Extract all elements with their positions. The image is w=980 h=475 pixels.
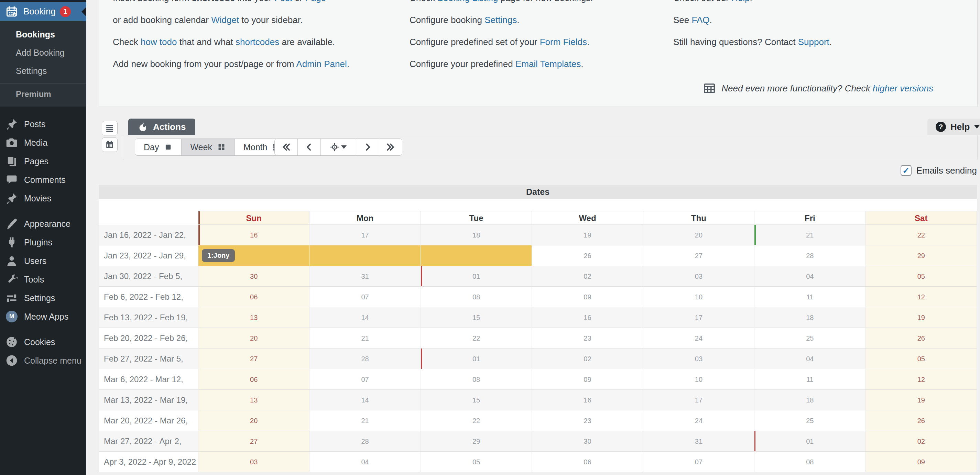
day-cell[interactable]: 10 xyxy=(643,287,754,307)
list-view-button[interactable] xyxy=(102,121,118,135)
inline-link[interactable]: Support xyxy=(798,37,829,47)
inline-link[interactable]: shortcodes xyxy=(235,37,279,47)
inline-link[interactable]: Widget xyxy=(211,15,239,25)
actions-button[interactable]: Actions xyxy=(128,119,195,135)
day-cell[interactable]: 27 xyxy=(199,431,309,452)
day-cell[interactable]: 30 xyxy=(532,431,643,452)
inline-link[interactable]: Help xyxy=(732,0,749,3)
day-cell[interactable]: 01 xyxy=(421,348,532,369)
day-cell[interactable]: 05 xyxy=(866,266,977,287)
day-cell[interactable]: 08 xyxy=(421,287,532,307)
day-cell[interactable]: 21 xyxy=(309,410,420,431)
day-cell[interactable]: 20 xyxy=(199,410,309,431)
booking-cell[interactable] xyxy=(421,245,532,266)
day-cell[interactable]: 31 xyxy=(643,431,754,452)
day-cell[interactable]: 01 xyxy=(421,266,532,287)
day-cell[interactable]: 02 xyxy=(532,266,643,287)
day-cell[interactable]: 15 xyxy=(421,390,532,410)
day-cell[interactable]: 28 xyxy=(754,245,865,266)
day-cell[interactable]: 15 xyxy=(421,307,532,328)
sidebar-item-appearance[interactable]: Appearance xyxy=(0,214,86,233)
day-cell[interactable]: 09 xyxy=(532,369,643,390)
day-cell[interactable]: 06 xyxy=(199,287,309,307)
day-cell[interactable]: 05 xyxy=(421,452,532,472)
day-cell[interactable]: 29 xyxy=(421,431,532,452)
sidebar-item-booking[interactable]: Booking 1 xyxy=(0,2,86,21)
go-first-button[interactable] xyxy=(275,139,298,156)
day-cell[interactable]: 26 xyxy=(866,328,977,348)
day-cell[interactable]: 31 xyxy=(309,266,420,287)
day-cell[interactable]: 25 xyxy=(754,328,865,348)
go-today-button[interactable] xyxy=(321,139,356,156)
day-cell[interactable]: 17 xyxy=(309,225,420,245)
day-cell[interactable]: 06 xyxy=(532,452,643,472)
inline-link[interactable]: Post xyxy=(274,0,292,3)
day-cell[interactable]: 13 xyxy=(199,307,309,328)
inline-link[interactable]: how todo xyxy=(141,37,177,47)
day-cell[interactable]: 09 xyxy=(866,452,977,472)
inline-link[interactable]: Booking Listing xyxy=(438,0,498,3)
day-cell[interactable]: 07 xyxy=(309,369,420,390)
help-button[interactable]: ? Help xyxy=(928,119,980,135)
day-cell[interactable]: 07 xyxy=(309,287,420,307)
day-cell[interactable]: 02 xyxy=(866,431,977,452)
day-cell[interactable]: 28 xyxy=(309,431,420,452)
sidebar-item-media[interactable]: Media xyxy=(0,133,86,152)
day-cell[interactable]: 26 xyxy=(866,410,977,431)
day-cell[interactable]: 24 xyxy=(643,328,754,348)
day-cell[interactable]: 09 xyxy=(532,287,643,307)
day-cell[interactable]: 21 xyxy=(309,328,420,348)
view-day-button[interactable]: Day xyxy=(135,139,181,156)
day-cell[interactable]: 26 xyxy=(532,245,643,266)
day-cell[interactable]: 08 xyxy=(754,452,865,472)
sidebar-item-plugins[interactable]: Plugins xyxy=(0,233,86,252)
day-cell[interactable]: 11 xyxy=(754,369,865,390)
day-cell[interactable]: 19 xyxy=(866,307,977,328)
day-cell[interactable]: 12 xyxy=(866,287,977,307)
booking-cell[interactable] xyxy=(309,245,420,266)
booking-cell[interactable]: 1:Jony xyxy=(199,245,309,266)
day-cell[interactable]: 19 xyxy=(532,225,643,245)
inline-link[interactable]: Form Fields xyxy=(540,37,587,47)
day-cell[interactable]: 24 xyxy=(643,410,754,431)
day-cell[interactable]: 14 xyxy=(309,390,420,410)
day-cell[interactable]: 12 xyxy=(866,369,977,390)
day-cell[interactable]: 25 xyxy=(754,410,865,431)
inline-link[interactable]: Page xyxy=(305,0,326,3)
day-cell[interactable]: 29 xyxy=(866,245,977,266)
day-cell[interactable]: 04 xyxy=(309,452,420,472)
day-cell[interactable]: 14 xyxy=(309,307,420,328)
day-cell[interactable]: 18 xyxy=(421,225,532,245)
day-cell[interactable]: 08 xyxy=(421,369,532,390)
day-cell[interactable]: 17 xyxy=(643,390,754,410)
day-cell[interactable]: 28 xyxy=(309,348,420,369)
day-cell[interactable]: 03 xyxy=(643,348,754,369)
inline-link[interactable]: higher versions xyxy=(873,83,933,94)
sidebar-item-movies[interactable]: Movies xyxy=(0,189,86,208)
day-cell[interactable]: 13 xyxy=(199,390,309,410)
day-cell[interactable]: 03 xyxy=(199,452,309,472)
calendar-view-button[interactable] xyxy=(102,138,118,152)
day-cell[interactable]: 04 xyxy=(754,266,865,287)
day-cell[interactable]: 23 xyxy=(532,328,643,348)
day-cell[interactable]: 20 xyxy=(199,328,309,348)
sidebar-item-cookies[interactable]: Cookies xyxy=(0,333,86,351)
go-prev-button[interactable] xyxy=(298,139,321,156)
inline-link[interactable]: Settings xyxy=(485,15,517,25)
day-cell[interactable]: 18 xyxy=(754,307,865,328)
day-cell[interactable]: 11 xyxy=(754,287,865,307)
day-cell[interactable]: 10 xyxy=(643,369,754,390)
day-cell[interactable]: 16 xyxy=(199,225,309,245)
sidebar-item-comments[interactable]: Comments xyxy=(0,170,86,189)
inline-link[interactable]: Email Templates xyxy=(515,59,581,69)
day-cell[interactable]: 22 xyxy=(421,328,532,348)
sidebar-item-settings[interactable]: Settings xyxy=(0,289,86,307)
day-cell[interactable]: 16 xyxy=(532,390,643,410)
day-cell[interactable]: 07 xyxy=(643,452,754,472)
sidebar-item-meow-apps[interactable]: MMeow Apps xyxy=(0,307,86,326)
day-cell[interactable]: 16 xyxy=(532,307,643,328)
sidebar-item-pages[interactable]: Pages xyxy=(0,152,86,170)
day-cell[interactable]: 27 xyxy=(643,245,754,266)
sidebar-subitem-add-booking[interactable]: Add Booking xyxy=(0,44,86,62)
emails-sending-checkbox[interactable]: ✓ xyxy=(900,165,912,176)
